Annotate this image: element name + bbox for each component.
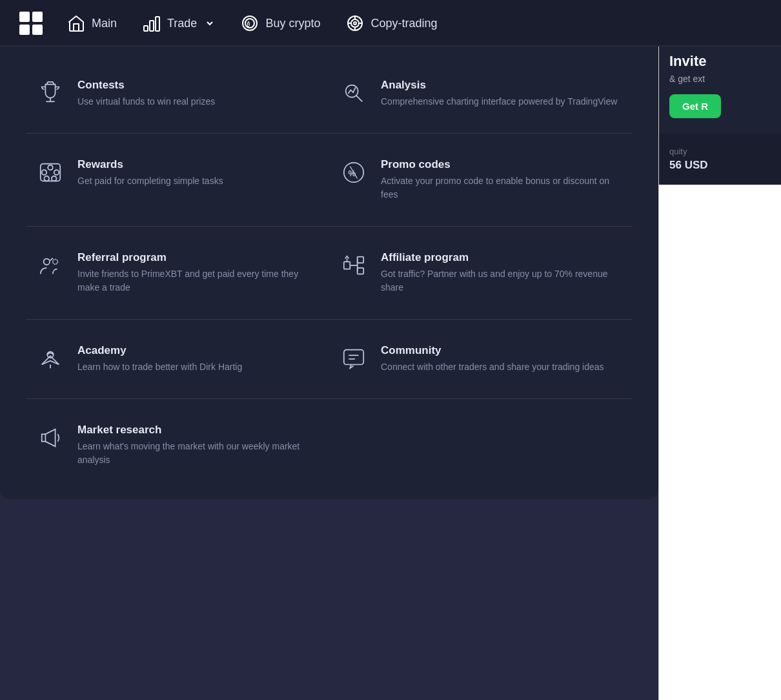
- affiliate-title: Affiliate program: [381, 251, 622, 264]
- svg-point-12: [354, 22, 356, 25]
- svg-rect-1: [32, 12, 43, 22]
- dropdown-item-academy[interactable]: Academy Learn how to trade better with D…: [26, 333, 329, 386]
- buy-crypto-label: Buy crypto: [265, 17, 320, 30]
- contests-title: Contests: [77, 79, 215, 92]
- invite-section: Invite & get ext Get R: [659, 37, 781, 134]
- svg-rect-35: [358, 257, 364, 263]
- community-desc: Connect with other traders and share you…: [381, 360, 604, 374]
- nav-item-trade[interactable]: Trade: [132, 8, 225, 39]
- svg-rect-36: [358, 268, 364, 274]
- svg-point-22: [42, 170, 47, 175]
- svg-point-24: [45, 176, 50, 181]
- trade-label: Trade: [167, 17, 197, 30]
- home-icon: [67, 14, 85, 32]
- svg-rect-6: [156, 17, 159, 31]
- dropdown-item-referral[interactable]: Referral program Invite friends to Prime…: [26, 240, 329, 306]
- svg-point-21: [48, 165, 53, 170]
- main-label: Main: [92, 17, 117, 30]
- buy-crypto-icon: ₿: [241, 14, 259, 32]
- copy-trading-label: Copy-trading: [370, 17, 437, 30]
- chevron-down-icon: [205, 18, 215, 28]
- equity-value: 56 USD: [669, 159, 771, 172]
- svg-point-11: [351, 19, 359, 27]
- trophy-icon: [36, 79, 65, 107]
- nav-logo[interactable]: [15, 8, 46, 39]
- community-title: Community: [381, 344, 604, 357]
- community-icon: [340, 344, 368, 373]
- svg-rect-0: [19, 12, 30, 22]
- nav-item-buy-crypto[interactable]: ₿ Buy crypto: [230, 8, 330, 39]
- svg-text:₿: ₿: [247, 21, 250, 28]
- invite-title: Invite: [669, 53, 771, 70]
- svg-rect-40: [344, 350, 363, 365]
- contests-desc: Use virtual funds to win real prizes: [77, 95, 215, 108]
- section-divider-1: [26, 133, 633, 134]
- get-referral-button[interactable]: Get R: [669, 94, 721, 118]
- svg-point-30: [53, 260, 58, 265]
- svg-point-23: [54, 170, 59, 175]
- dropdown-item-promo[interactable]: % Promo codes Activate your promo code t…: [329, 147, 633, 213]
- trade-icon: [143, 14, 161, 32]
- navbar-border: [0, 45, 781, 46]
- megaphone-icon: [36, 424, 65, 452]
- contests-text: Contests Use virtual funds to win real p…: [77, 79, 215, 108]
- section-divider-4: [26, 398, 633, 399]
- section-divider-2: [26, 226, 633, 227]
- chart-search-icon: [340, 79, 368, 107]
- dropdown-item-analysis[interactable]: Analysis Comprehensive charting interfac…: [329, 67, 633, 120]
- navbar: Main Trade ₿ Buy crypto: [0, 0, 781, 46]
- market-research-text: Market research Learn what's moving the …: [77, 424, 319, 467]
- analysis-desc: Comprehensive charting interface powered…: [381, 95, 617, 108]
- promo-title: Promo codes: [381, 158, 622, 171]
- referral-desc: Invite friends to PrimeXBT and get paid …: [77, 267, 319, 294]
- analysis-title: Analysis: [381, 79, 617, 92]
- section-divider-3: [26, 319, 633, 320]
- dropdown-item-rewards[interactable]: Rewards Get paid for completing simple t…: [26, 147, 329, 213]
- invite-sub: & get ext: [669, 74, 771, 84]
- rewards-title: Rewards: [77, 158, 223, 171]
- rewards-text: Rewards Get paid for completing simple t…: [77, 158, 223, 188]
- dropdown-grid: Contests Use virtual funds to win real p…: [26, 67, 633, 479]
- community-text: Community Connect with other traders and…: [381, 344, 604, 374]
- svg-rect-4: [144, 26, 148, 31]
- referral-icon: [36, 251, 65, 280]
- market-research-title: Market research: [77, 424, 319, 437]
- equity-section: quity 56 USD: [659, 134, 781, 185]
- affiliate-text: Affiliate program Got traffic? Partner w…: [381, 251, 622, 294]
- right-panel: drawal limit Invite & get ext Get R quit…: [658, 0, 781, 700]
- dropdown-menu: Contests Use virtual funds to win real p…: [0, 46, 658, 499]
- svg-rect-2: [19, 25, 30, 35]
- dropdown-item-market-research[interactable]: Market research Learn what's moving the …: [26, 412, 329, 479]
- promo-desc: Activate your promo code to enable bonus…: [381, 174, 622, 201]
- analysis-text: Analysis Comprehensive charting interfac…: [381, 79, 617, 108]
- dropdown-item-affiliate[interactable]: Affiliate program Got traffic? Partner w…: [329, 240, 633, 306]
- referral-text: Referral program Invite friends to Prime…: [77, 251, 319, 294]
- dropdown-item-community[interactable]: Community Connect with other traders and…: [329, 333, 633, 386]
- svg-rect-26: [41, 164, 60, 181]
- academy-icon: [36, 344, 65, 373]
- svg-rect-5: [150, 21, 154, 31]
- academy-desc: Learn how to trade better with Dirk Hart…: [77, 360, 242, 374]
- svg-line-31: [50, 258, 53, 261]
- promo-text: Promo codes Activate your promo code to …: [381, 158, 622, 201]
- referral-title: Referral program: [77, 251, 319, 264]
- academy-text: Academy Learn how to trade better with D…: [77, 344, 242, 374]
- svg-rect-32: [344, 262, 350, 269]
- copy-trading-icon: [346, 14, 364, 32]
- market-research-desc: Learn what's moving the market with our …: [77, 440, 319, 467]
- svg-point-25: [52, 176, 57, 181]
- svg-point-29: [44, 259, 50, 265]
- equity-label: quity: [669, 147, 771, 156]
- promo-icon: %: [340, 158, 368, 187]
- affiliate-icon: [340, 251, 368, 280]
- nav-item-copy-trading[interactable]: Copy-trading: [336, 8, 447, 39]
- svg-rect-3: [32, 25, 43, 35]
- rewards-icon: [36, 158, 65, 187]
- rewards-desc: Get paid for completing simple tasks: [77, 174, 223, 188]
- affiliate-desc: Got traffic? Partner with us and enjoy u…: [381, 267, 622, 294]
- svg-line-20: [356, 96, 363, 102]
- academy-title: Academy: [77, 344, 242, 357]
- dropdown-item-contests[interactable]: Contests Use virtual funds to win real p…: [26, 67, 329, 120]
- nav-item-main[interactable]: Main: [57, 8, 127, 39]
